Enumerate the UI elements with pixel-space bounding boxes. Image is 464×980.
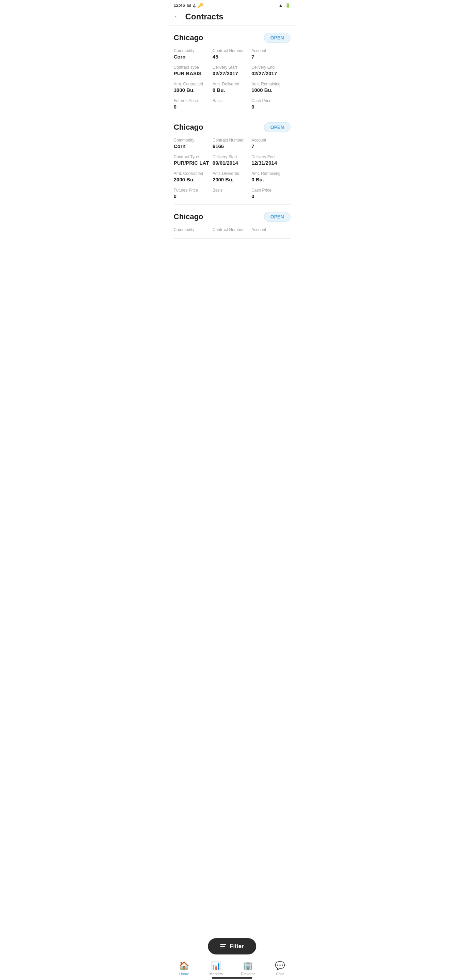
field-3-1: Contract Number: [213, 227, 251, 233]
field-value-2-4: 09/01/2014: [213, 160, 251, 166]
field-2-7: Amt. Delivered2000 Bu.: [213, 171, 251, 182]
contract-card-2: ChicagoOPENCommodityCornContract Number6…: [174, 115, 291, 205]
status-badge-3: OPEN: [264, 212, 291, 222]
field-value-2-1: 6166: [213, 143, 251, 149]
field-label-2-7: Amt. Delivered: [213, 171, 251, 176]
markets-icon: 📊: [211, 961, 221, 970]
field-value-1-3: PUR BASIS: [174, 70, 213, 76]
field-2-5: Delivery End12/31/2014: [251, 154, 290, 166]
field-label-2-4: Delivery Start: [213, 154, 251, 159]
field-label-2-3: Contract Type: [174, 154, 213, 159]
field-1-5: Delivery End02/27/2017: [251, 65, 290, 76]
nav-label-elevator: Elevator: [241, 972, 255, 976]
field-label-2-5: Delivery End: [251, 154, 290, 159]
field-value-2-9: 0: [174, 193, 213, 199]
field-label-1-3: Contract Type: [174, 65, 213, 70]
nav-label-home: Home: [179, 972, 189, 976]
card-header-1: ChicagoOPEN: [174, 33, 291, 43]
field-1-10: Basis: [213, 98, 251, 110]
nav-item-chat[interactable]: 💬Chat: [264, 961, 296, 976]
nav-label-markets: Markets: [210, 972, 223, 976]
nav-label-chat: Chat: [276, 972, 284, 976]
field-label-2-0: Commodity: [174, 138, 213, 143]
field-3-2: Account: [251, 227, 290, 233]
field-value-1-7: 0 Bu.: [213, 87, 251, 93]
field-label-2-9: Futures Price: [174, 188, 213, 192]
field-value-1-6: 1000 Bu.: [174, 87, 213, 93]
field-label-3-1: Contract Number: [213, 227, 251, 232]
field-2-0: CommodityCorn: [174, 138, 213, 149]
elevator-icon: 🏢: [243, 961, 253, 970]
nav-item-elevator[interactable]: 🏢Elevator: [232, 961, 264, 976]
nav-item-markets[interactable]: 📊Markets: [200, 961, 232, 976]
field-value-2-8: 0 Bu.: [251, 177, 290, 182]
avast-icon: ⍙: [193, 3, 195, 8]
field-label-1-1: Contract Number: [213, 48, 251, 53]
status-badge-2: OPEN: [264, 122, 291, 132]
back-button[interactable]: ←: [174, 12, 181, 21]
field-label-1-11: Cash Price: [251, 98, 290, 103]
field-value-2-6: 2000 Bu.: [174, 177, 213, 182]
chat-icon: 💬: [275, 961, 285, 970]
field-value-1-9: 0: [174, 104, 213, 110]
field-2-3: Contract TypePUR/PRIC LAT: [174, 154, 213, 166]
field-label-1-0: Commodity: [174, 48, 213, 53]
field-value-1-8: 1000 Bu.: [251, 87, 290, 93]
key-icon: 🔑: [198, 3, 203, 8]
field-value-2-5: 12/31/2014: [251, 160, 290, 166]
field-label-2-8: Amt. Remaining: [251, 171, 290, 176]
page-header: ← Contracts: [168, 9, 296, 26]
field-label-2-1: Contract Number: [213, 138, 251, 143]
field-value-1-4: 02/27/2017: [213, 70, 251, 76]
fields-grid-1: CommodityCornContract Number45Account7Co…: [174, 48, 291, 110]
field-1-3: Contract TypePUR BASIS: [174, 65, 213, 76]
field-label-1-8: Amt. Remaining: [251, 82, 290, 86]
status-bar: 12:46 ⊟ ⍙ 🔑 ▲ 🔋: [168, 0, 296, 9]
time: 12:46: [174, 3, 185, 8]
field-1-1: Contract Number45: [213, 48, 251, 60]
field-3-0: Commodity: [174, 227, 213, 233]
field-label-2-2: Account: [251, 138, 290, 143]
sim-icon: ⊟: [187, 3, 191, 8]
fields-grid-3: CommodityContract NumberAccount: [174, 227, 291, 233]
field-label-1-7: Amt. Delivered: [213, 82, 251, 86]
field-value-1-5: 02/27/2017: [251, 70, 290, 76]
home-icon: 🏠: [179, 961, 189, 970]
field-value-1-11: 0: [251, 104, 290, 110]
field-1-4: Delivery Start02/27/2017: [213, 65, 251, 76]
field-label-1-5: Delivery End: [251, 65, 290, 70]
filter-icon: [220, 944, 226, 948]
field-value-2-7: 2000 Bu.: [213, 177, 251, 182]
filter-button[interactable]: Filter: [208, 938, 256, 955]
field-label-1-6: Amt. Contracted: [174, 82, 213, 86]
status-left: 12:46 ⊟ ⍙ 🔑: [174, 3, 203, 8]
field-1-8: Amt. Remaining1000 Bu.: [251, 82, 290, 93]
field-label-1-10: Basis: [213, 98, 251, 103]
field-2-1: Contract Number6166: [213, 138, 251, 149]
fields-grid-2: CommodityCornContract Number6166Account7…: [174, 138, 291, 199]
field-2-8: Amt. Remaining0 Bu.: [251, 171, 290, 182]
field-1-11: Cash Price0: [251, 98, 290, 110]
field-label-1-9: Futures Price: [174, 98, 213, 103]
location-name-1: Chicago: [174, 33, 203, 42]
card-header-2: ChicagoOPEN: [174, 122, 291, 132]
nav-item-home[interactable]: 🏠Home: [168, 961, 200, 976]
field-label-2-6: Amt. Contracted: [174, 171, 213, 176]
filter-label: Filter: [230, 943, 244, 950]
field-label-2-10: Basis: [213, 188, 251, 192]
field-2-9: Futures Price0: [174, 188, 213, 199]
status-right: ▲ 🔋: [279, 3, 291, 8]
field-label-1-4: Delivery Start: [213, 65, 251, 70]
home-indicator: [211, 977, 253, 978]
contract-card-1: ChicagoOPENCommodityCornContract Number4…: [174, 26, 291, 115]
field-1-2: Account7: [251, 48, 290, 60]
field-1-0: CommodityCorn: [174, 48, 213, 60]
field-value-1-0: Corn: [174, 54, 213, 60]
field-1-6: Amt. Contracted1000 Bu.: [174, 82, 213, 93]
location-name-3: Chicago: [174, 212, 203, 221]
location-name-2: Chicago: [174, 123, 203, 132]
page-title: Contracts: [185, 12, 224, 21]
field-value-1-1: 45: [213, 54, 251, 60]
bottom-navigation: 🏠Home📊Markets🏢Elevator💬Chat: [168, 958, 296, 980]
field-value-2-0: Corn: [174, 143, 213, 149]
